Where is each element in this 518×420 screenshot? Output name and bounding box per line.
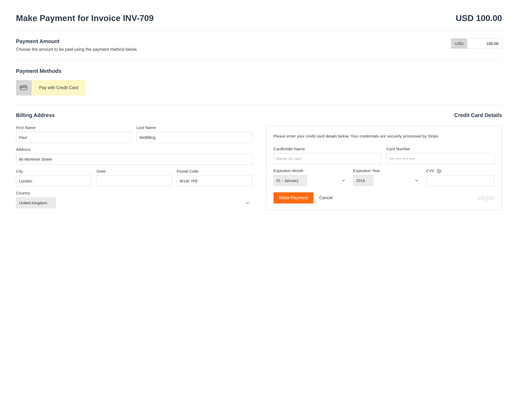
cvv-input[interactable] (426, 176, 494, 186)
address-input[interactable] (16, 154, 252, 165)
card-panel-note: Please enter your credit card details be… (273, 133, 495, 139)
credit-card-icon (16, 80, 31, 95)
postal-code-input[interactable] (177, 176, 252, 186)
chevron-down-icon (415, 180, 418, 182)
svg-rect-2 (21, 87, 27, 88)
payment-amount-input[interactable] (467, 39, 502, 48)
first-name-label: First Name (16, 125, 132, 130)
last-name-input[interactable] (136, 132, 252, 143)
exp-month-select[interactable]: 01 - January (273, 175, 307, 186)
city-input[interactable] (16, 176, 92, 186)
cardholder-name-label: Cardholder Name (273, 147, 382, 151)
exp-year-select[interactable]: 2016 (353, 175, 373, 186)
payment-methods-heading: Payment Methods (16, 68, 502, 74)
cardholder-name-input[interactable] (273, 153, 382, 164)
payment-amount-subtext: Choose the amount to be paid using the p… (16, 47, 138, 52)
payment-amount-input-group: USD (451, 38, 502, 49)
help-icon[interactable]: ? (437, 169, 441, 173)
country-label: Country (16, 191, 252, 195)
invoice-amount: USD 100.00 (456, 13, 502, 23)
currency-label: USD (451, 39, 467, 48)
state-label: State (96, 169, 172, 173)
payment-method-label: Pay with Credit Card (31, 80, 86, 95)
exp-year-label: Expiration Year (353, 168, 421, 173)
address-label: Address (16, 147, 252, 152)
first-name-input[interactable] (16, 132, 132, 143)
chevron-down-icon (342, 180, 345, 182)
payment-method-credit-card[interactable]: Pay with Credit Card (16, 80, 86, 95)
payment-amount-heading: Payment Amount (16, 38, 138, 44)
postal-code-label: Postal Code (177, 169, 252, 173)
cvv-label: CVV ? (426, 168, 494, 173)
cancel-button[interactable]: Cancel (319, 196, 333, 200)
billing-address-heading: Billing Address (16, 112, 252, 118)
state-input[interactable] (96, 176, 172, 186)
stripe-logo: stripe (477, 194, 494, 202)
credit-card-panel: Please enter your credit card details be… (266, 125, 502, 210)
city-label: City (16, 169, 92, 173)
cvv-label-text: CVV (426, 168, 434, 173)
country-select[interactable]: United Kingdom (16, 197, 56, 208)
chevron-down-icon (246, 202, 249, 204)
credit-card-details-heading: Credit Card Details (266, 112, 502, 118)
card-number-label: Card Number (386, 147, 494, 151)
page-title: Make Payment for Invoice INV-709 (16, 13, 154, 23)
last-name-label: Last Name (136, 125, 252, 130)
card-number-input[interactable] (386, 153, 494, 164)
exp-month-label: Expiration Month (273, 168, 349, 173)
make-payment-button[interactable]: Make Payment (273, 192, 314, 203)
